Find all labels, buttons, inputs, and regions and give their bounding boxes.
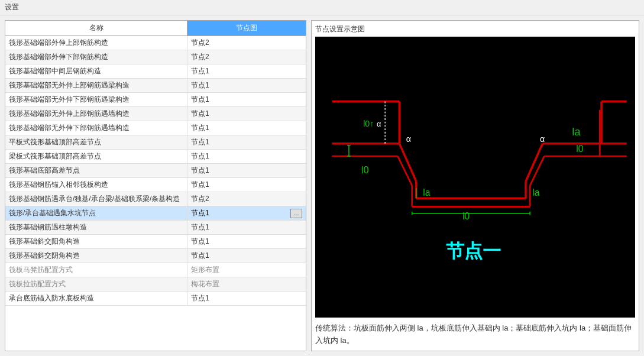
cell-value: 节点2 xyxy=(187,50,306,64)
cell-value: 节点2 xyxy=(187,36,306,50)
svg-line-12 xyxy=(398,156,412,186)
cell-name: 梁板式筏形基础顶部高差节点 xyxy=(5,150,187,163)
dots-button[interactable]: ... xyxy=(290,209,302,218)
table-row[interactable]: 筏板拉筋配置方式梅花布置 xyxy=(5,277,306,292)
cell-value: 节点1 xyxy=(187,93,306,106)
main-content: 名称 节点图 筏形基础端部外伸上部钢筋构造节点2筏形基础端部外伸下部钢筋构造节点… xyxy=(0,15,644,356)
cell-text: 节点1 xyxy=(191,208,209,218)
cell-name: 筏形基础钢筋遇柱墩构造 xyxy=(5,221,187,234)
svg-text:la: la xyxy=(532,187,539,198)
window-title: 设置 xyxy=(5,3,19,11)
cell-value: 节点1 xyxy=(187,64,306,78)
col-name-header: 名称 xyxy=(5,21,187,35)
cell-value: 节点1 xyxy=(187,107,306,121)
cell-value[interactable]: 节点1... xyxy=(187,206,306,220)
svg-text:α: α xyxy=(540,134,545,144)
cell-name: 筏形基础钢筋锚入相邻筏板构造 xyxy=(5,178,187,192)
cell-name: 筏形/承台基础遇集水坑节点 xyxy=(5,206,187,220)
col-node-header: 节点图 xyxy=(187,21,306,35)
cell-name: 筏形基础钢筋遇承台/独基/承台梁/基础联系梁/条基构造 xyxy=(5,192,187,206)
cell-value: 节点1 xyxy=(187,164,306,177)
cell-name: 筏形基础底部高差节点 xyxy=(5,164,187,177)
table-row[interactable]: 筏形基础端部无外伸上部钢筋遇墙构造节点1 xyxy=(5,107,306,121)
cell-value: 节点1 xyxy=(187,178,306,192)
cell-value: 节点1 xyxy=(187,249,306,263)
svg-text:l0: l0 xyxy=(361,165,368,175)
table-body[interactable]: 筏形基础端部外伸上部钢筋构造节点2筏形基础端部外伸下部钢筋构造节点2筏形基础端部… xyxy=(5,36,306,351)
svg-text:α: α xyxy=(377,119,381,128)
svg-text:l0: l0 xyxy=(462,211,470,221)
cell-name: 平板式筏形基础顶部高差节点 xyxy=(5,135,187,149)
svg-text:la: la xyxy=(423,187,430,198)
title-bar: 设置 xyxy=(0,0,644,15)
cell-name: 筏形基础端部无外伸下部钢筋遇墙构造 xyxy=(5,121,187,135)
cell-name: 筏形基础端部中间层钢筋构造 xyxy=(5,64,187,78)
cell-name: 筏形基础端部无外伸上部钢筋遇墙构造 xyxy=(5,107,187,121)
table-row[interactable]: 筏形基础端部外伸下部钢筋构造节点2 xyxy=(5,50,306,64)
diagram-container: l0 la l0 la l xyxy=(315,37,635,318)
svg-text:节点一: 节点一 xyxy=(446,241,501,261)
svg-text:l0: l0 xyxy=(576,144,583,154)
settings-table: 名称 节点图 筏形基础端部外伸上部钢筋构造节点2筏形基础端部外伸下部钢筋构造节点… xyxy=(5,20,306,351)
table-row[interactable]: 梁板式筏形基础顶部高差节点节点1 xyxy=(5,150,306,164)
cell-value: 矩形布置 xyxy=(187,263,306,277)
diagram-description: 传统算法：坑板面筋伸入两侧 la，坑板底筋伸入基础内 la；基础底筋伸入坑内 l… xyxy=(315,322,635,347)
cell-value: 梅花布置 xyxy=(187,277,306,291)
cell-name: 筏板马凳筋配置方式 xyxy=(5,263,187,277)
cell-name: 筏形基础端部无外伸上部钢筋遇梁构造 xyxy=(5,79,187,92)
cell-name: 筏形基础斜交阳角构造 xyxy=(5,235,187,248)
table-row[interactable]: 筏形基础底部高差节点节点1 xyxy=(5,164,306,178)
cell-name: 承台底筋锚入防水底板构造 xyxy=(5,292,187,305)
cell-name: 筏形基础端部外伸下部钢筋构造 xyxy=(5,50,187,64)
svg-line-16 xyxy=(530,156,544,186)
table-header: 名称 节点图 xyxy=(5,21,306,36)
svg-text:la: la xyxy=(572,125,581,138)
table-row[interactable]: 筏形基础端部无外伸下部钢筋遇梁构造节点1 xyxy=(5,93,306,107)
cell-name: 筏形基础端部无外伸下部钢筋遇梁构造 xyxy=(5,93,187,106)
table-row[interactable]: 筏形基础钢筋锚入相邻筏板构造节点1 xyxy=(5,178,306,192)
table-row[interactable]: 筏形基础钢筋遇柱墩构造节点1 xyxy=(5,221,306,235)
table-row[interactable]: 筏形基础斜交阴角构造节点1 xyxy=(5,249,306,263)
main-window: 设置 名称 节点图 筏形基础端部外伸上部钢筋构造节点2筏形基础端部外伸下部钢筋构… xyxy=(0,0,644,356)
cell-value: 节点1 xyxy=(187,292,306,305)
svg-text:α: α xyxy=(406,134,411,144)
table-row[interactable]: 筏形基础端部无外伸上部钢筋遇梁构造节点1 xyxy=(5,79,306,93)
svg-text:l0↑: l0↑ xyxy=(363,119,374,128)
cell-value: 节点2 xyxy=(187,192,306,206)
table-row[interactable]: 筏形/承台基础遇集水坑节点节点1... xyxy=(5,206,306,221)
cell-value: 节点1 xyxy=(187,121,306,135)
table-row[interactable]: 筏形基础端部中间层钢筋构造节点1 xyxy=(5,64,306,79)
diagram-svg: l0 la l0 la l xyxy=(315,37,635,318)
table-row[interactable]: 筏形基础斜交阳角构造节点1 xyxy=(5,235,306,249)
table-row[interactable]: 筏板马凳筋配置方式矩形布置 xyxy=(5,263,306,277)
table-row[interactable]: 承台底筋锚入防水底板构造节点1 xyxy=(5,292,306,306)
table-row[interactable]: 筏形基础端部无外伸下部钢筋遇墙构造节点1 xyxy=(5,121,306,135)
cell-value: 节点1 xyxy=(187,135,306,149)
table-row[interactable]: 平板式筏形基础顶部高差节点节点1 xyxy=(5,135,306,150)
cell-name: 筏板拉筋配置方式 xyxy=(5,277,187,291)
cell-value: 节点1 xyxy=(187,79,306,92)
cell-value: 节点1 xyxy=(187,150,306,163)
table-row[interactable]: 筏形基础钢筋遇承台/独基/承台梁/基础联系梁/条基构造节点2 xyxy=(5,192,306,206)
right-panel: 节点设置示意图 xyxy=(311,20,639,351)
cell-name: 筏形基础斜交阴角构造 xyxy=(5,249,187,263)
diagram-title: 节点设置示意图 xyxy=(315,24,635,34)
cell-value: 节点1 xyxy=(187,221,306,234)
table-row[interactable]: 筏形基础端部外伸上部钢筋构造节点2 xyxy=(5,36,306,50)
cell-value: 节点1 xyxy=(187,235,306,248)
cell-name: 筏形基础端部外伸上部钢筋构造 xyxy=(5,36,187,50)
